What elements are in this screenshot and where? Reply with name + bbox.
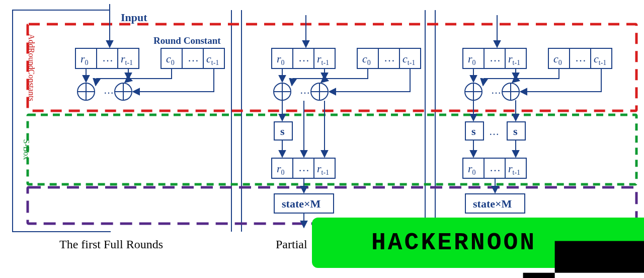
caption-first-full-rounds: The first Full Rounds	[59, 238, 163, 251]
svg-line-15	[125, 80, 128, 83]
label-statem-3: state×M	[473, 197, 512, 211]
cell-cdots-2: …	[384, 51, 395, 64]
label-input: Input	[121, 11, 147, 24]
cell-rtm1-2b: rt-1	[317, 162, 329, 177]
cell-s-2: s	[280, 125, 285, 138]
svg-line-60	[512, 80, 516, 83]
diagram-stage: … …	[0, 0, 644, 278]
cell-r0-2b: r0	[277, 162, 285, 177]
svg-rect-74	[555, 241, 644, 273]
svg-text:…: …	[491, 85, 501, 96]
cell-s-3a: s	[471, 125, 476, 138]
cell-s-3b: s	[513, 125, 518, 138]
caption-add-round-constants: AddRoundConstants	[27, 27, 36, 108]
cell-ctm1-1: ct-1	[206, 52, 219, 67]
svg-line-32	[321, 80, 325, 83]
caption-sbox: S-Box	[22, 134, 31, 165]
cell-ctm1-3: ct-1	[594, 52, 606, 67]
cell-ctm1-2: ct-1	[403, 52, 415, 67]
block-col-2: …	[272, 15, 421, 228]
label-round-constant: Round Constant	[153, 35, 221, 46]
cell-r0-3: r0	[468, 52, 476, 67]
cell-rdots-2: …	[298, 51, 309, 64]
cell-rtm1-2: rt-1	[317, 52, 329, 67]
cell-rtm1-3b: rt-1	[508, 162, 520, 177]
cell-c0-1: c0	[166, 52, 175, 67]
cell-r0-1: r0	[80, 52, 89, 67]
block-col-1: …	[75, 4, 224, 100]
label-statem-2: state×M	[282, 197, 320, 211]
caption-partial: Partial	[276, 238, 307, 251]
hackernoon-clock-icon	[324, 225, 359, 260]
svg-text:…: …	[489, 126, 499, 137]
cell-c0-3: c0	[553, 52, 562, 67]
cell-r0-3b: r0	[468, 162, 476, 177]
cell-rtm1-3: rt-1	[508, 52, 520, 67]
cell-rdots-2b: …	[298, 161, 309, 174]
cell-rdots-1: …	[102, 51, 113, 64]
svg-rect-76	[523, 273, 555, 278]
cell-rdots-3b: …	[490, 161, 501, 174]
svg-text:…: …	[104, 85, 114, 96]
cell-rdots-3: …	[490, 51, 501, 64]
hackernoon-watermark: HACKERNOON	[312, 218, 644, 268]
cell-cdots-1: …	[188, 51, 199, 64]
cell-c0-2: c0	[362, 52, 371, 67]
cell-rtm1-1: rt-1	[121, 52, 133, 67]
svg-text:…: …	[300, 85, 310, 96]
cell-cdots-3: …	[575, 51, 586, 64]
cell-r0-2: r0	[277, 52, 285, 67]
